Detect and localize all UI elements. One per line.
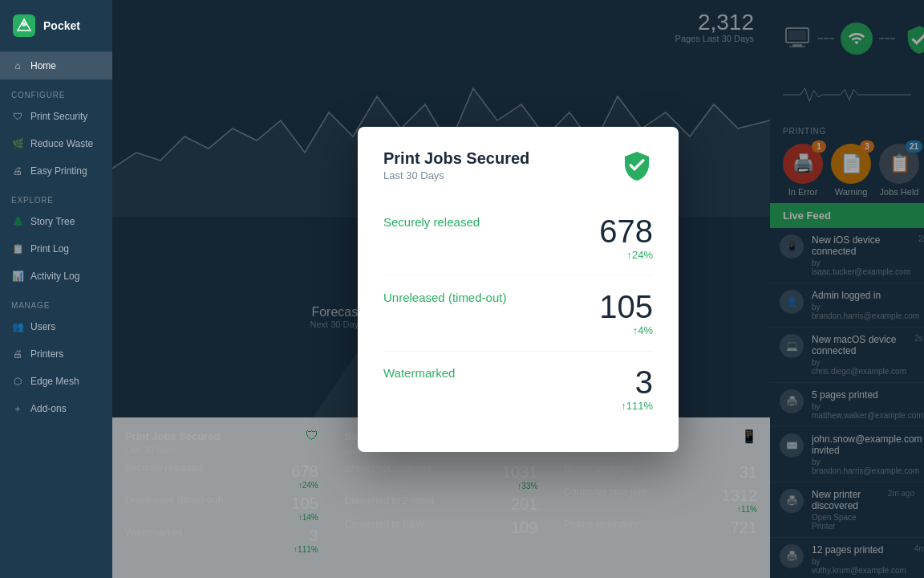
modal-row-right: 678 ↑24% bbox=[599, 215, 653, 261]
manage-section-label: MANAGE bbox=[0, 290, 112, 313]
modal-row: Securely released 678 ↑24% bbox=[383, 201, 653, 276]
main-content: 2,312 Pages Last 30 Days 📈 Trend 11 Jan … bbox=[112, 0, 924, 578]
leaf-icon: 🌿 bbox=[11, 137, 24, 150]
configure-section-label: CONFIGURE bbox=[0, 79, 112, 103]
modal-row-value: 678 bbox=[599, 215, 653, 247]
modal-dialog: Print Jobs Secured Last 30 Days Securely… bbox=[358, 127, 679, 452]
modal-header: Print Jobs Secured Last 30 Days bbox=[383, 149, 653, 181]
modal-row-value: 105 bbox=[599, 291, 653, 323]
tree-icon: 🌲 bbox=[11, 215, 24, 228]
sidebar-item-activity-log[interactable]: 📊 Activity Log bbox=[0, 263, 112, 290]
modal-rows: Securely released 678 ↑24% Unreleased (t… bbox=[383, 201, 653, 426]
logo-text: Pocket bbox=[43, 19, 80, 32]
modal-row-value: 3 bbox=[621, 366, 653, 398]
explore-section-label: EXPLORE bbox=[0, 185, 112, 208]
sidebar-item-edge-mesh[interactable]: ⬡ Edge Mesh bbox=[0, 368, 112, 395]
modal-overlay[interactable]: Print Jobs Secured Last 30 Days Securely… bbox=[112, 0, 924, 578]
activity-icon: 📊 bbox=[11, 270, 24, 283]
home-icon: ⌂ bbox=[11, 59, 24, 72]
modal-shield-icon bbox=[621, 149, 653, 181]
mesh-icon: ⬡ bbox=[11, 375, 24, 388]
shield-icon: 🛡 bbox=[11, 110, 24, 123]
sidebar-item-users[interactable]: 👥 Users bbox=[0, 313, 112, 340]
sidebar-item-print-security[interactable]: 🛡 Print Security bbox=[0, 103, 112, 130]
modal-row: Unreleased (timed-out) 105 ↑4% bbox=[383, 276, 653, 352]
sidebar-logo: Pocket bbox=[0, 0, 112, 52]
modal-title: Print Jobs Secured bbox=[383, 149, 529, 168]
modal-row: Watermarked 3 ↑111% bbox=[383, 352, 653, 426]
printers-icon: 🖨 bbox=[11, 348, 24, 360]
sidebar-item-printers[interactable]: 🖨 Printers bbox=[0, 340, 112, 368]
sidebar-item-add-ons[interactable]: ＋ Add-ons bbox=[0, 395, 112, 422]
sidebar: Pocket ⌂ Home CONFIGURE 🛡 Print Security… bbox=[0, 0, 112, 578]
modal-row-change: ↑4% bbox=[599, 324, 653, 336]
svg-point-1 bbox=[22, 22, 26, 26]
sidebar-item-reduce-waste[interactable]: 🌿 Reduce Waste bbox=[0, 130, 112, 157]
modal-row-change: ↑111% bbox=[621, 400, 653, 412]
modal-subtitle: Last 30 Days bbox=[383, 169, 529, 181]
modal-row-label: Unreleased (timed-out) bbox=[383, 291, 506, 304]
modal-row-change: ↑24% bbox=[599, 249, 653, 261]
print-icon: 🖨 bbox=[11, 165, 24, 177]
modal-row-label: Watermarked bbox=[383, 366, 455, 380]
app-container: Pocket ⌂ Home CONFIGURE 🛡 Print Security… bbox=[0, 0, 924, 578]
users-icon: 👥 bbox=[11, 320, 24, 333]
sidebar-item-print-log[interactable]: 📋 Print Log bbox=[0, 235, 112, 263]
sidebar-item-easy-printing[interactable]: 🖨 Easy Printing bbox=[0, 157, 112, 185]
sidebar-nav: ⌂ Home CONFIGURE 🛡 Print Security 🌿 Redu… bbox=[0, 52, 112, 578]
log-icon: 📋 bbox=[11, 242, 24, 255]
sidebar-item-story-tree[interactable]: 🌲 Story Tree bbox=[0, 208, 112, 235]
modal-row-right: 3 ↑111% bbox=[621, 366, 653, 412]
modal-row-label: Securely released bbox=[383, 215, 480, 229]
sidebar-item-home[interactable]: ⌂ Home bbox=[0, 52, 112, 79]
addons-icon: ＋ bbox=[11, 402, 24, 415]
modal-row-right: 105 ↑4% bbox=[599, 291, 653, 336]
